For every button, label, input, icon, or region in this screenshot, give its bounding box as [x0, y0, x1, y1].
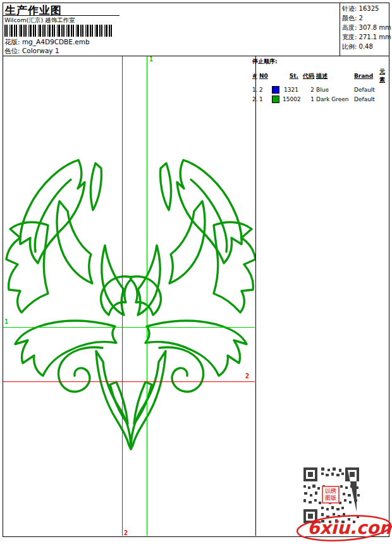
colorway-label: 色位:	[4, 47, 20, 54]
col-header-brand: Brand	[354, 73, 379, 79]
row2-code: 1	[300, 96, 316, 102]
production-worksheet: 生产作业图 Wilcom(汇京) 越饰工作室 花版: mg_A4D9CDBE.e…	[0, 0, 392, 544]
guide-horizontal-red	[3, 381, 255, 382]
guide-label-1-left: 1	[4, 318, 8, 325]
guide-label-2-bottom: 2	[124, 529, 128, 536]
row2-color-swatch	[272, 96, 279, 103]
design-top-spike	[91, 163, 102, 210]
row1-brand: Default	[354, 87, 379, 93]
guide-vertical-green	[147, 56, 147, 536]
pattern-row: 花版: mg_A4D9CDBE.emb	[4, 38, 90, 47]
pattern-value: mg_A4D9CDBE.emb	[22, 38, 90, 46]
embroidery-design	[3, 56, 255, 536]
stat-colors: 颜色: 2	[342, 13, 391, 23]
stop-sequence-table: 停止顺序: # N0 St. 代码 描述 Brand 元素 1. 2 1321 …	[252, 58, 388, 103]
row2-n0: 1	[259, 96, 272, 102]
design-chin-band	[96, 351, 131, 449]
row2-st: 15002	[283, 96, 300, 102]
guide-label-1-top: 1	[149, 56, 153, 63]
guide-label-2-right: 2	[245, 373, 249, 380]
col-header-st: St.	[283, 73, 300, 79]
design-horn	[20, 160, 85, 263]
col-header-element: 元素	[379, 68, 388, 84]
stop-sequence-caption: 停止顺序:	[252, 58, 388, 66]
guide-horizontal-green	[3, 327, 255, 328]
design-left-flames	[6, 222, 48, 312]
row1-n0: 2	[259, 87, 272, 93]
row2-brand: Default	[354, 96, 379, 102]
colorway-value: Colorway 1	[22, 47, 59, 54]
company-name: Wilcom(汇京) 越饰工作室	[4, 16, 75, 25]
stat-height: 高度: 307.8 mm	[342, 23, 391, 32]
panel-divider	[255, 56, 256, 536]
site-logo-text: 6xiu.com	[307, 517, 392, 538]
info-box-divider	[340, 3, 340, 56]
design-stats: 针迹: 16325 颜色: 2 高度: 307.8 mm 宽度: 271.1 m…	[342, 4, 391, 51]
pattern-label: 花版:	[4, 38, 20, 46]
stat-width: 宽度: 271.1 mm	[342, 32, 391, 42]
barcode	[4, 25, 112, 37]
stat-stitches: 针迹: 16325	[342, 4, 391, 13]
guide-vertical-red	[122, 56, 123, 536]
col-header-n0: N0	[259, 73, 272, 79]
stat-scale: 比例: 0.48	[342, 42, 391, 51]
row1-color-swatch	[272, 86, 279, 94]
row1-st: 1321	[283, 87, 300, 93]
row1-desc: Blue	[316, 87, 354, 93]
qr-center-stamp: 以绣 图版	[322, 486, 340, 504]
col-header-code: 代码	[300, 72, 316, 80]
row1-code: 2	[300, 87, 316, 93]
col-header-desc: 描述	[316, 72, 354, 80]
title-underline	[3, 15, 119, 16]
row2-desc: Dark Green	[316, 96, 354, 102]
colorway-row: 色位: Colorway 1	[4, 47, 59, 56]
